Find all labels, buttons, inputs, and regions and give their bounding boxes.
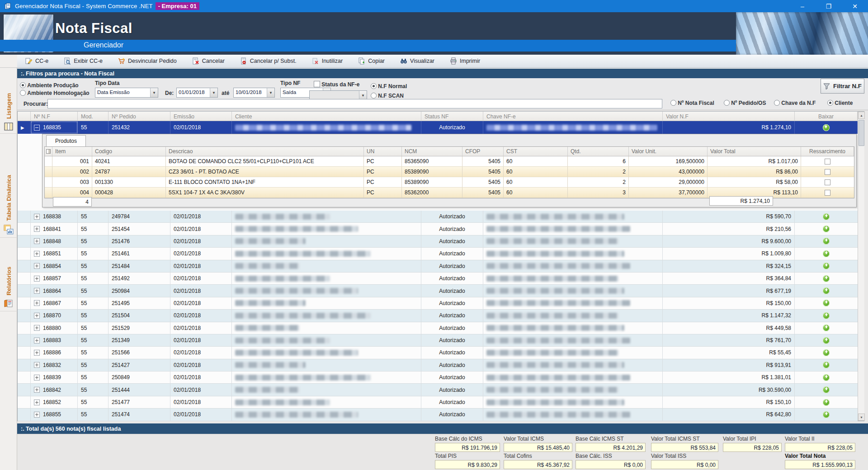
header-un[interactable]: UN xyxy=(364,147,402,156)
header-descricao[interactable]: Descricao xyxy=(166,147,364,156)
scroll-up-button[interactable]: ▲ xyxy=(858,112,865,119)
visualizar-button[interactable]: Visualizar xyxy=(398,56,436,66)
expand-row-icon[interactable] xyxy=(34,362,40,368)
download-icon[interactable] xyxy=(823,349,830,356)
product-row[interactable]: 002 24787 CZ3 36/01 - PT. BOTAO ACE PC 8… xyxy=(45,167,854,177)
search-by-pedido-radio[interactable]: Nº Pedido/OS xyxy=(724,100,766,106)
header-cst[interactable]: CST xyxy=(504,147,568,156)
nota-row[interactable]: 168832 55 251427 02/01/2018 Autorizado R… xyxy=(18,359,858,371)
close-button[interactable]: ✕ xyxy=(842,0,868,12)
collapse-row-icon[interactable] xyxy=(34,125,40,131)
download-icon[interactable] xyxy=(823,399,830,406)
search-by-cliente-radio[interactable]: Cliente xyxy=(827,100,853,106)
product-row[interactable]: 003 001330 E-111 BLOCO CONTATO 1NA+1NF P… xyxy=(45,177,854,188)
download-icon[interactable] xyxy=(823,324,830,331)
desvincular-pedido-button[interactable]: Desvincular Pedido xyxy=(116,56,179,66)
expand-row-icon[interactable] xyxy=(34,400,40,405)
nota-row[interactable]: 168864 55 250984 02/01/2018 Autorizado R… xyxy=(18,285,858,297)
maximize-button[interactable]: ❐ xyxy=(816,0,842,12)
header-cfop[interactable]: CFOP xyxy=(462,147,504,156)
exibir-cce-button[interactable]: Exibir CC-e xyxy=(62,56,104,66)
ressarcimento-checkbox[interactable] xyxy=(825,179,830,185)
copiar-button[interactable]: Copiar xyxy=(356,56,387,66)
download-icon[interactable] xyxy=(823,411,830,418)
ambiente-homologacao-radio[interactable]: Ambiente Homologação xyxy=(20,90,90,96)
nota-row[interactable]: 168841 55 251454 02/01/2018 Autorizado R… xyxy=(18,223,858,235)
header-valor[interactable]: Valor N.F xyxy=(663,112,795,121)
cancelar-button[interactable]: Cancelar xyxy=(190,56,226,66)
nota-row[interactable]: 168854 55 251484 02/01/2018 Autorizado R… xyxy=(18,260,858,273)
cancelar-subst-button[interactable]: Cancelar p/ Subst. xyxy=(238,56,298,66)
cce-button[interactable]: CC-e xyxy=(24,56,50,66)
expand-row-icon[interactable] xyxy=(34,387,40,393)
expand-row-icon[interactable] xyxy=(34,300,40,306)
expand-row-icon[interactable] xyxy=(34,226,40,232)
download-icon[interactable] xyxy=(823,124,830,131)
sidebar-tab-tabela-dinamica[interactable]: Tabela Dinâmica xyxy=(0,134,17,238)
product-row[interactable]: 001 40241 BOTAO DE COMANDO CLC2 55/01+CL… xyxy=(45,156,854,167)
status-nfe-checkbox[interactable]: Status da NF-e xyxy=(314,81,359,88)
nota-row[interactable]: 168886 55 251566 02/01/2018 Autorizado R… xyxy=(18,347,858,359)
header-mod[interactable]: Mod. xyxy=(78,112,108,121)
minimize-button[interactable]: – xyxy=(789,0,816,12)
header-ressarcimento[interactable]: Ressarcimento xyxy=(801,147,854,156)
header-nf[interactable]: Nº N.F xyxy=(31,112,78,121)
nota-row[interactable]: 168880 55 251529 02/01/2018 Autorizado R… xyxy=(18,322,858,334)
download-icon[interactable] xyxy=(823,374,830,381)
header-valor-unit[interactable]: Valor Unit. xyxy=(629,147,708,156)
download-icon[interactable] xyxy=(823,250,830,257)
header-ncm[interactable]: NCM xyxy=(402,147,462,156)
search-by-nota-fiscal-radio[interactable]: Nº Nota Fiscal xyxy=(670,100,714,106)
download-icon[interactable] xyxy=(823,275,830,282)
nota-row[interactable]: 168851 55 251461 02/01/2018 Autorizado R… xyxy=(18,248,858,260)
ambiente-producao-radio[interactable]: Ambiente Produção xyxy=(20,82,79,89)
expand-row-icon[interactable] xyxy=(34,276,40,282)
download-icon[interactable] xyxy=(823,362,830,368)
download-icon[interactable] xyxy=(823,287,830,294)
nota-row[interactable]: 168838 55 249784 02/01/2018 Autorizado R… xyxy=(18,211,858,223)
expand-row-icon[interactable] xyxy=(34,288,40,294)
header-baixar[interactable]: Baixar xyxy=(795,112,858,121)
download-icon[interactable] xyxy=(823,238,830,244)
scrollbar-thumb[interactable] xyxy=(859,120,864,146)
nota-row[interactable]: 168852 55 251477 02/01/2018 Autorizado R… xyxy=(18,396,858,409)
procurar-input[interactable] xyxy=(47,99,662,108)
header-emissao[interactable]: Emissão xyxy=(170,112,232,121)
expand-row-icon[interactable] xyxy=(34,350,40,356)
imprimir-button[interactable]: Imprimir xyxy=(448,56,482,66)
nota-row[interactable]: 168867 55 251495 02/01/2018 Autorizado R… xyxy=(18,297,858,310)
download-icon[interactable] xyxy=(823,213,830,220)
header-chave[interactable]: Chave NF-e xyxy=(483,112,663,121)
nota-row[interactable]: 168883 55 251349 02/01/2018 Autorizado R… xyxy=(18,334,858,347)
nota-row[interactable]: 168848 55 251476 02/01/2018 Autorizado R… xyxy=(18,235,858,248)
selected-nota-row[interactable]: ▶ 168835 55 251432 02/01/2018 Autorizado… xyxy=(18,121,858,134)
scroll-down-button[interactable]: ▼ xyxy=(858,414,865,421)
nota-row[interactable]: 168839 55 250849 02/01/2018 Autorizado R… xyxy=(18,371,858,384)
vertical-scrollbar[interactable]: ▲ ▼ xyxy=(858,112,864,421)
download-icon[interactable] xyxy=(823,263,830,269)
header-cliente[interactable]: Cliente xyxy=(232,112,421,121)
data-fim-field[interactable]: 10/01/2018 ▼ xyxy=(233,88,275,98)
sidebar-tab-listagem[interactable]: Listagem xyxy=(0,68,17,134)
ressarcimento-checkbox[interactable] xyxy=(825,159,830,164)
header-codigo[interactable]: Codigo xyxy=(92,147,166,156)
expand-row-icon[interactable] xyxy=(34,412,40,418)
expand-row-icon[interactable] xyxy=(34,313,40,319)
expand-row-icon[interactable] xyxy=(34,263,40,269)
expand-row-icon[interactable] xyxy=(34,338,40,343)
expand-row-icon[interactable] xyxy=(34,214,40,220)
header-valor-total[interactable]: Valor Total xyxy=(708,147,801,156)
nota-row[interactable]: 168842 55 251444 02/01/2018 Autorizado R… xyxy=(18,384,858,396)
download-icon[interactable] xyxy=(823,386,830,393)
inutilizar-button[interactable]: Inutilizar xyxy=(310,56,345,66)
header-status[interactable]: Status NF xyxy=(421,112,483,121)
tipo-data-select[interactable]: Data Emissão ▼ xyxy=(95,88,158,98)
header-pedido[interactable]: Nº Pedido xyxy=(108,112,170,121)
download-icon[interactable] xyxy=(823,226,830,232)
expand-row-icon[interactable] xyxy=(34,375,40,381)
nf-scan-radio[interactable]: N.F SCAN xyxy=(371,93,404,99)
nota-row[interactable]: 168855 55 251474 02/01/2018 Autorizado R… xyxy=(18,409,858,421)
download-icon[interactable] xyxy=(823,300,830,306)
search-by-chave-radio[interactable]: Chave da N.F xyxy=(774,100,816,106)
filtrar-nf-button[interactable]: Filtrar N.F xyxy=(821,79,864,94)
